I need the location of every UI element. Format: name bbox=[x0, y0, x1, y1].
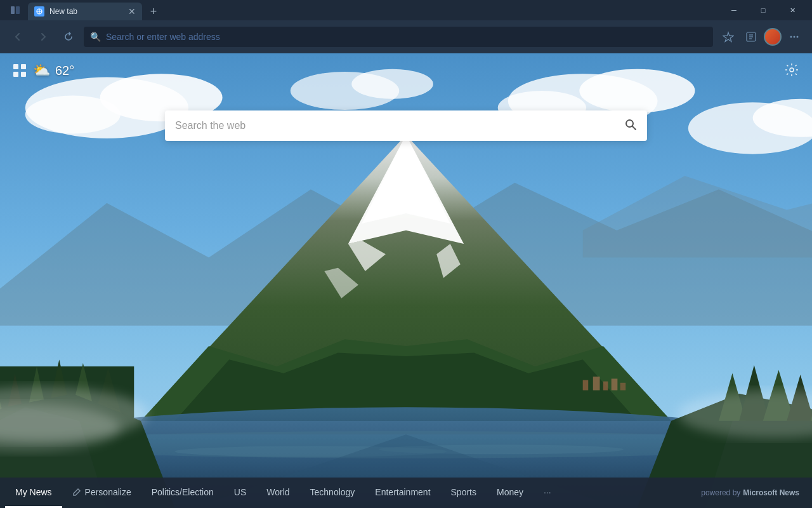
forward-button[interactable] bbox=[33, 27, 53, 47]
svg-rect-63 bbox=[13, 64, 18, 69]
svg-rect-0 bbox=[11, 6, 15, 14]
tab-entertainment[interactable]: Entertainment bbox=[365, 478, 440, 508]
powered-by-credit: powered by Microsoft News bbox=[688, 488, 812, 497]
svg-rect-1 bbox=[16, 6, 20, 14]
weather-temperature: 62° bbox=[55, 64, 74, 78]
page-settings-button[interactable] bbox=[784, 62, 799, 81]
tab-us[interactable]: US bbox=[224, 478, 256, 508]
svg-rect-58 bbox=[612, 378, 618, 390]
news-tabs: My News Personalize Politics/Election US… bbox=[0, 478, 688, 508]
search-submit-icon[interactable] bbox=[624, 118, 637, 134]
tab-world[interactable]: World bbox=[256, 478, 299, 508]
tab-my-news[interactable]: My News bbox=[5, 478, 62, 508]
settings-menu-button[interactable] bbox=[784, 27, 804, 47]
svg-point-22 bbox=[351, 69, 433, 99]
svg-rect-64 bbox=[21, 64, 26, 69]
favorites-button[interactable] bbox=[718, 27, 738, 47]
svg-rect-65 bbox=[13, 72, 18, 77]
sidebar-toggle[interactable] bbox=[5, 0, 25, 20]
minimize-button[interactable]: ─ bbox=[719, 0, 749, 20]
address-search-icon: 🔍 bbox=[90, 32, 101, 42]
edit-icon bbox=[72, 488, 81, 497]
weather-icon: ⛅ bbox=[33, 62, 50, 79]
weather-widget[interactable]: ⛅ 62° bbox=[33, 62, 74, 79]
svg-rect-55 bbox=[583, 380, 589, 390]
tab-strip: New tab ✕ + bbox=[28, 0, 162, 20]
window-controls: ─ □ ✕ bbox=[719, 0, 807, 20]
search-input[interactable] bbox=[175, 120, 617, 131]
svg-point-15 bbox=[25, 95, 121, 133]
titlebar: New tab ✕ + ─ □ ✕ bbox=[0, 0, 812, 20]
tab-money[interactable]: Money bbox=[487, 478, 534, 508]
svg-rect-59 bbox=[620, 383, 626, 391]
svg-point-17 bbox=[579, 69, 695, 113]
tab-personalize[interactable]: Personalize bbox=[62, 478, 141, 508]
tab-favicon bbox=[34, 6, 44, 17]
search-bar-container bbox=[165, 110, 647, 141]
refresh-button[interactable] bbox=[58, 27, 79, 47]
profile-avatar[interactable] bbox=[764, 28, 782, 46]
powered-by-brand: Microsoft News bbox=[743, 488, 799, 497]
search-bar bbox=[165, 110, 647, 141]
tab-politics[interactable]: Politics/Election bbox=[141, 478, 224, 508]
main-content: ⛅ 62° My News Person bbox=[0, 53, 812, 508]
tab-close-button[interactable]: ✕ bbox=[127, 6, 137, 17]
svg-rect-66 bbox=[21, 72, 26, 77]
powered-by-prefix: powered by bbox=[701, 488, 740, 497]
back-button[interactable] bbox=[8, 27, 28, 47]
svg-rect-57 bbox=[603, 382, 608, 391]
tab-sports[interactable]: Sports bbox=[441, 478, 487, 508]
news-bar: My News Personalize Politics/Election US… bbox=[0, 478, 812, 508]
svg-point-67 bbox=[790, 68, 794, 72]
svg-line-69 bbox=[632, 126, 636, 130]
svg-point-9 bbox=[794, 36, 796, 38]
tab-more[interactable]: ··· bbox=[534, 478, 561, 508]
tab-title: New tab bbox=[49, 7, 122, 16]
close-button[interactable]: ✕ bbox=[778, 0, 807, 20]
toolbar-icons bbox=[718, 27, 804, 47]
svg-point-10 bbox=[797, 36, 799, 38]
new-tab-button[interactable]: + bbox=[145, 3, 162, 20]
active-tab[interactable]: New tab ✕ bbox=[28, 3, 142, 20]
maximize-button[interactable]: □ bbox=[749, 0, 778, 20]
svg-rect-56 bbox=[593, 377, 600, 390]
collections-button[interactable] bbox=[741, 27, 761, 47]
svg-point-11 bbox=[790, 36, 792, 38]
addressbar: 🔍 bbox=[0, 20, 812, 53]
apps-grid-button[interactable] bbox=[13, 64, 27, 81]
address-input[interactable] bbox=[106, 32, 707, 42]
tab-technology[interactable]: Technology bbox=[300, 478, 365, 508]
address-bar[interactable]: 🔍 bbox=[84, 27, 713, 47]
